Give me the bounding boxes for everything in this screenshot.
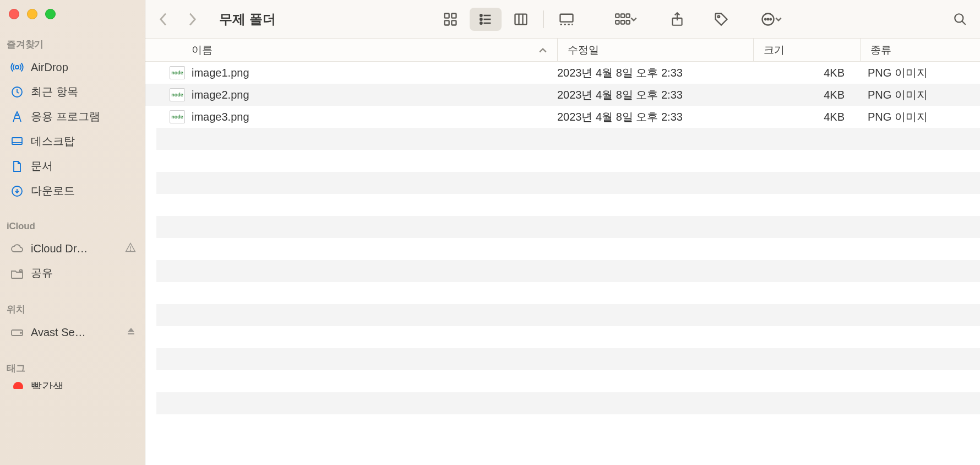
column-date-label: 수정일 bbox=[568, 43, 599, 57]
file-date: 2023년 4월 8일 오후 2:33 bbox=[557, 110, 753, 125]
empty-row bbox=[156, 282, 980, 304]
sidebar-item-label: 빨간색 bbox=[31, 379, 136, 389]
png-file-icon: node bbox=[170, 110, 185, 123]
svg-point-29 bbox=[770, 18, 771, 20]
sidebar-item-desktop[interactable]: 데스크탑 bbox=[2, 129, 143, 154]
cloud-icon bbox=[10, 241, 24, 256]
forward-button[interactable] bbox=[185, 12, 199, 26]
window-controls bbox=[0, 9, 145, 35]
sidebar-section-favorites: 즐겨찾기 bbox=[0, 35, 145, 55]
png-file-icon: node bbox=[170, 88, 185, 101]
sidebar-item-avast[interactable]: Avast Se… bbox=[2, 320, 143, 344]
svg-point-13 bbox=[480, 14, 482, 16]
toolbar-actions bbox=[607, 8, 790, 31]
sidebar-item-label: Avast Se… bbox=[31, 326, 119, 339]
png-file-icon: node bbox=[170, 66, 185, 79]
svg-rect-19 bbox=[621, 14, 624, 17]
search-button[interactable] bbox=[948, 8, 972, 31]
sidebar-item-label: iCloud Dr… bbox=[31, 242, 116, 255]
eject-icon[interactable] bbox=[126, 326, 136, 339]
svg-rect-20 bbox=[626, 14, 629, 17]
gallery-view-button[interactable] bbox=[551, 8, 582, 31]
file-date: 2023년 4월 8일 오후 2:33 bbox=[557, 88, 753, 102]
sidebar-item-label: 공유 bbox=[31, 266, 136, 280]
red-tag-icon bbox=[10, 380, 24, 390]
column-view-button[interactable] bbox=[505, 8, 537, 31]
shared-folder-icon bbox=[10, 266, 24, 280]
sidebar-item-recents[interactable]: 최근 항목 bbox=[2, 79, 143, 104]
file-size: 4KB bbox=[753, 89, 860, 101]
sort-ascending-icon bbox=[538, 44, 547, 56]
column-size[interactable]: 크기 bbox=[753, 39, 860, 61]
file-row[interactable]: node image1.png 2023년 4월 8일 오후 2:33 4KB … bbox=[145, 62, 980, 84]
chevron-down-icon bbox=[630, 15, 638, 23]
svg-point-28 bbox=[767, 18, 769, 20]
fullscreen-window-button[interactable] bbox=[45, 9, 56, 19]
empty-row bbox=[156, 370, 980, 392]
share-button[interactable] bbox=[665, 8, 689, 31]
sidebar-item-airdrop[interactable]: AirDrop bbox=[2, 55, 143, 79]
clock-icon bbox=[10, 85, 24, 99]
empty-row bbox=[156, 326, 980, 348]
empty-row bbox=[156, 150, 980, 172]
desktop-icon bbox=[10, 134, 24, 149]
minimize-window-button[interactable] bbox=[27, 9, 37, 19]
column-date[interactable]: 수정일 bbox=[557, 39, 753, 61]
svg-rect-16 bbox=[515, 14, 526, 24]
file-date: 2023년 4월 8일 오후 2:33 bbox=[557, 66, 753, 80]
empty-row bbox=[156, 414, 980, 436]
sidebar-item-documents[interactable]: 문서 bbox=[2, 154, 143, 179]
sidebar-item-downloads[interactable]: 다운로드 bbox=[2, 179, 143, 203]
download-icon bbox=[10, 184, 24, 198]
main-content: 무제 폴더 bbox=[145, 0, 980, 465]
empty-row bbox=[156, 348, 980, 370]
svg-point-14 bbox=[480, 18, 482, 20]
icon-view-button[interactable] bbox=[434, 8, 466, 31]
warning-icon bbox=[125, 242, 136, 256]
column-kind[interactable]: 종류 bbox=[860, 39, 980, 61]
sidebar-item-red-tag[interactable]: 빨간색 bbox=[2, 379, 143, 389]
close-window-button[interactable] bbox=[9, 9, 19, 19]
sidebar-item-label: 다운로드 bbox=[31, 183, 136, 198]
svg-rect-23 bbox=[626, 20, 629, 24]
file-row[interactable]: node image2.png 2023년 4월 8일 오후 2:33 4KB … bbox=[145, 84, 980, 106]
sidebar-item-label: AirDrop bbox=[31, 61, 136, 74]
chevron-down-icon bbox=[775, 15, 782, 23]
sidebar-item-icloud-drive[interactable]: iCloud Dr… bbox=[2, 236, 143, 261]
file-size: 4KB bbox=[753, 111, 860, 123]
svg-rect-17 bbox=[560, 14, 573, 21]
file-list: node image1.png 2023년 4월 8일 오후 2:33 4KB … bbox=[145, 62, 980, 465]
sidebar-item-shared[interactable]: 공유 bbox=[2, 261, 143, 285]
file-name: image3.png bbox=[192, 111, 249, 123]
svg-rect-22 bbox=[621, 20, 624, 24]
column-kind-label: 종류 bbox=[870, 43, 891, 57]
svg-rect-10 bbox=[451, 13, 456, 18]
svg-rect-21 bbox=[616, 20, 619, 24]
empty-row bbox=[156, 392, 980, 414]
sidebar-item-label: 문서 bbox=[31, 159, 136, 174]
list-view-button[interactable] bbox=[470, 8, 502, 31]
column-name[interactable]: 이름 bbox=[145, 43, 557, 57]
tags-button[interactable] bbox=[709, 8, 733, 31]
svg-rect-2 bbox=[12, 138, 22, 144]
column-size-label: 크기 bbox=[764, 43, 785, 57]
folder-title: 무제 폴더 bbox=[219, 10, 276, 28]
file-row[interactable]: node image3.png 2023년 4월 8일 오후 2:33 4KB … bbox=[145, 106, 980, 128]
back-button[interactable] bbox=[156, 12, 171, 26]
document-icon bbox=[10, 159, 24, 174]
svg-point-4 bbox=[130, 250, 131, 250]
svg-rect-11 bbox=[444, 20, 449, 25]
more-actions-button[interactable] bbox=[753, 8, 790, 31]
sidebar-section-icloud: iCloud bbox=[0, 218, 145, 236]
sidebar-item-label: 응용 프로그램 bbox=[31, 109, 136, 124]
file-kind: PNG 이미지 bbox=[860, 66, 980, 80]
group-by-button[interactable] bbox=[607, 8, 645, 31]
svg-rect-18 bbox=[616, 14, 619, 17]
empty-row bbox=[156, 238, 980, 260]
svg-point-15 bbox=[480, 22, 482, 24]
toolbar: 무제 폴더 bbox=[145, 0, 980, 39]
applications-icon bbox=[10, 110, 24, 124]
file-size: 4KB bbox=[753, 67, 860, 79]
sidebar-item-applications[interactable]: 응용 프로그램 bbox=[2, 104, 143, 129]
column-name-label: 이름 bbox=[192, 43, 213, 57]
